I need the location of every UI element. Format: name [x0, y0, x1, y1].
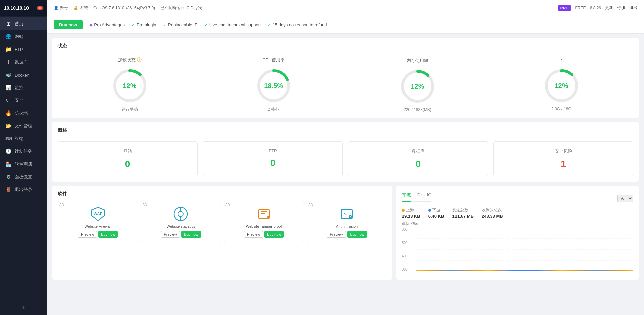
- stats-icon-area: [144, 206, 218, 222]
- stat-upstream-label: 上游: [402, 207, 420, 213]
- stat-upstream: 上游 19.13 KB: [402, 207, 420, 219]
- sidebar-item-panelsettings[interactable]: ⚙ 面板设置: [0, 171, 47, 183]
- stat-sent-value: 111.67 MB: [452, 214, 474, 219]
- sidebar-item-security[interactable]: 🛡 安全: [0, 94, 47, 107]
- topbar-system: 🔒 系统： CentOS 7.6.1810 x86_64(Py3.7.9): [73, 5, 155, 11]
- pro-badge: PRO: [558, 5, 571, 11]
- tamper-name: Website Tamper-proof: [227, 224, 301, 228]
- waf-icon-area: WAF: [61, 206, 135, 222]
- buy-now-button[interactable]: Buy now: [54, 20, 83, 29]
- anti-icon-area: >_: [310, 206, 384, 222]
- stop-button[interactable]: 停服: [617, 5, 625, 11]
- waf-icon: WAF: [90, 206, 106, 222]
- overview-card-ftp[interactable]: FTP 0: [203, 141, 343, 176]
- gauge-cpu-sublabel: 2 核心: [202, 107, 345, 113]
- overview-card-website[interactable]: 网站 0: [58, 141, 198, 176]
- terminal-icon: ⌨: [5, 136, 11, 142]
- feature-refund-label: 15 days no reason to refund: [273, 22, 327, 27]
- exit-button[interactable]: 退出: [629, 5, 637, 11]
- sidebar-item-crontab[interactable]: 🕐 计划任务: [0, 145, 47, 158]
- content-area: Buy now ◆ Pro Advantages ✓ Pro plugin ✓ …: [47, 16, 644, 315]
- sidebar-item-filemanager-label: 文件管理: [15, 123, 32, 129]
- lock-icon: 🔒: [73, 6, 78, 10]
- y-label-300: 300: [402, 268, 408, 271]
- pro-feature-plugin: ✓ Pro plugin: [131, 22, 156, 27]
- downstream-dot: [428, 209, 431, 212]
- bottom-panels: 软件 AD WAF Website Firewall: [52, 186, 639, 280]
- overview-security-label: 安全风险: [499, 148, 628, 154]
- topbar: 👤 账号 🔒 系统： CentOS 7.6.1810 x86_64(Py3.7.…: [47, 0, 644, 16]
- home-icon: ⊞: [5, 21, 11, 27]
- sidebar-item-ftp[interactable]: 📁 FTP: [0, 43, 47, 56]
- gauge-load-label: 加载状态 ⓘ: [58, 57, 202, 63]
- sidebar-item-database[interactable]: 🗄 数据库: [0, 56, 47, 69]
- anti-preview-button[interactable]: Preview: [327, 231, 346, 238]
- database-icon: 🗄: [5, 59, 11, 65]
- topbar-account[interactable]: 👤 账号: [54, 5, 68, 11]
- software-title: 软件: [58, 191, 387, 197]
- network-tab-diskio[interactable]: Disk IO: [417, 191, 432, 202]
- software-panel: 软件 AD WAF Website Firewall: [52, 186, 392, 280]
- system-value: CentOS 7.6.1810 x86_64(Py3.7.9): [93, 6, 155, 10]
- security-icon: 🛡: [5, 98, 11, 103]
- gauge-memory-value: 12%: [411, 82, 424, 90]
- waf-buy-button[interactable]: Buy now: [98, 231, 118, 238]
- overview-card-security[interactable]: 安全风险 1: [493, 141, 633, 176]
- gauge-memory-label: 内存使用率: [345, 58, 489, 64]
- stat-downstream: 下游 6.40 KB: [428, 207, 444, 219]
- network-tabs: 车流 Disk IO: [402, 191, 432, 202]
- sidebar-item-docker[interactable]: 🐳 Docker: [0, 69, 47, 81]
- stats-preview-button[interactable]: Preview: [161, 231, 180, 238]
- tamper-buy-button[interactable]: Buy now: [264, 231, 284, 238]
- sidebar-item-home[interactable]: ⊞ 首页: [0, 17, 47, 30]
- sidebar-item-appstore[interactable]: 🏪 软件商店: [0, 158, 47, 171]
- anti-buy-button[interactable]: Buy now: [347, 231, 367, 238]
- waf-preview-button[interactable]: Preview: [78, 231, 97, 238]
- gauge-cpu-label: CPU使用率: [202, 57, 345, 63]
- chart-unit: 单位:KB/s: [402, 221, 633, 226]
- overview-grid: 网站 0 FTP 0 数据库 0 安全风险 1: [58, 141, 633, 176]
- stat-downstream-label: 下游: [428, 207, 444, 213]
- gauge-load-canvas: 12%: [111, 67, 148, 104]
- sidebar-item-logout[interactable]: 🚪 退出登录: [0, 183, 47, 196]
- tamper-preview-button[interactable]: Preview: [244, 231, 263, 238]
- sidebar-item-website[interactable]: 🌐 网站: [0, 30, 47, 43]
- stats-icon: [173, 206, 189, 222]
- network-filter-select[interactable]: All: [617, 195, 633, 202]
- feature-ip-label: Replaceable IP: [168, 22, 198, 27]
- appstore-icon: 🏪: [5, 161, 11, 167]
- gauge-cpu-canvas: 18.5%: [255, 67, 292, 104]
- stats-buy-button[interactable]: Buy now: [181, 231, 201, 238]
- sidebar-item-monitor[interactable]: 📊 监控: [0, 81, 47, 94]
- overview-ftp-value: 0: [209, 158, 337, 168]
- network-panel: 车流 Disk IO All: [396, 186, 639, 280]
- pro-feature-livechat: ✓ Live chat technical support: [204, 22, 261, 27]
- topbar-uptime: 已不间断运行: 0 Day(s): [160, 5, 202, 11]
- svg-point-11: [178, 211, 183, 217]
- stats-name: Website statistics: [144, 224, 218, 228]
- sidebar-item-website-label: 网站: [15, 34, 23, 40]
- crontab-icon: 🕐: [5, 148, 11, 154]
- sidebar-item-terminal[interactable]: ⌨ 终端: [0, 132, 47, 145]
- sidebar-item-panelsettings-label: 面板设置: [15, 174, 32, 180]
- stats-buttons: Preview Buy now: [144, 231, 218, 238]
- sidebar-add-button[interactable]: +: [0, 300, 47, 315]
- sidebar: 10.10.10.10 0 ⊞ 首页 🌐 网站 📁 FTP 🗄 数据库 🐳: [0, 0, 47, 315]
- overview-card-database[interactable]: 数据库 0: [348, 141, 488, 176]
- docker-icon: 🐳: [5, 72, 11, 78]
- sidebar-item-filemanager[interactable]: 📂 文件管理: [0, 120, 47, 132]
- update-button[interactable]: 更新: [605, 5, 613, 11]
- sidebar-notification-badge: 0: [37, 6, 43, 10]
- topbar-left: 👤 账号 🔒 系统： CentOS 7.6.1810 x86_64(Py3.7.…: [54, 5, 202, 11]
- pro-advantages: ◆ Pro Advantages: [89, 22, 125, 27]
- topbar-right: PRO FREE 6.8.26 更新 停服 退出: [558, 5, 637, 11]
- chart-area: 单位:KB/s: [402, 221, 633, 272]
- gauge-cpu-value: 18.5%: [264, 82, 283, 90]
- sidebar-item-firewall[interactable]: 🔥 防火墙: [0, 107, 47, 120]
- sidebar-item-terminal-label: 终端: [15, 136, 23, 142]
- stat-received-value: 243.33 MB: [482, 214, 503, 219]
- uptime-value: 0 Day(s): [187, 6, 202, 10]
- anti-buttons: Preview Buy now: [310, 231, 384, 238]
- diamond-icon: ◆: [89, 22, 93, 27]
- network-tab-traffic[interactable]: 车流: [402, 191, 411, 202]
